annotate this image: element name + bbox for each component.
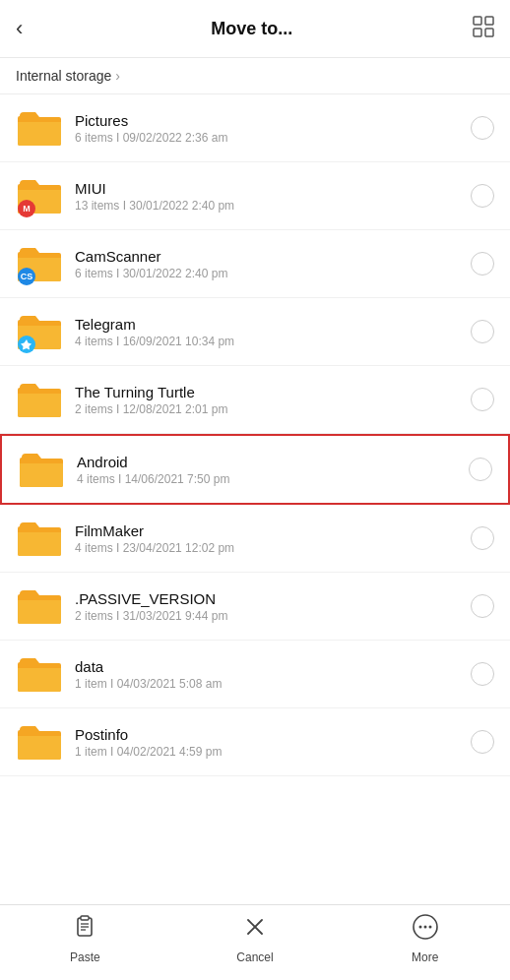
file-info: .PASSIVE_VERSION 2 items I 31/03/2021 9:… [75, 590, 471, 623]
file-name: CamScanner [75, 248, 471, 265]
file-info: Pictures 6 items I 09/02/2022 2:36 am [75, 112, 471, 145]
folder-icon-wrap [16, 718, 63, 766]
file-info: Android 4 items I 14/06/2021 7:50 pm [77, 454, 469, 486]
file-item[interactable]: .PASSIVE_VERSION 2 items I 31/03/2021 9:… [0, 573, 510, 641]
file-info: data 1 item I 04/03/2021 5:08 am [75, 658, 471, 691]
file-meta: 6 items I 09/02/2022 2:36 am [75, 131, 471, 145]
file-info: The Turning Turtle 2 items I 12/08/2021 … [75, 384, 471, 416]
file-meta: 2 items I 12/08/2021 2:01 pm [75, 402, 471, 416]
file-radio[interactable] [471, 116, 494, 140]
file-item[interactable]: M MIUI 13 items I 30/01/2022 2:40 pm [0, 162, 510, 230]
file-radio[interactable] [471, 730, 494, 754]
file-info: CamScanner 6 items I 30/01/2022 2:40 pm [75, 248, 471, 280]
paste-label: Paste [70, 950, 100, 964]
file-item[interactable]: The Turning Turtle 2 items I 12/08/2021 … [0, 366, 510, 434]
svg-rect-0 [474, 17, 481, 25]
more-button[interactable]: More [340, 913, 510, 964]
folder-icon [16, 515, 63, 562]
paste-icon [71, 913, 98, 947]
file-radio[interactable] [471, 594, 494, 618]
file-name: FilmMaker [75, 522, 471, 539]
file-list: Pictures 6 items I 09/02/2022 2:36 am M … [0, 94, 510, 904]
paste-button[interactable]: Paste [0, 913, 170, 964]
cancel-icon [241, 913, 269, 947]
file-radio[interactable] [469, 458, 492, 481]
folder-icon [16, 650, 63, 698]
svg-rect-2 [474, 29, 481, 36]
file-info: FilmMaker 4 items I 23/04/2021 12:02 pm [75, 522, 471, 555]
file-meta: 4 items I 14/06/2021 7:50 pm [77, 472, 469, 486]
file-radio[interactable] [471, 662, 494, 686]
breadcrumb-chevron-icon: › [115, 68, 120, 84]
file-meta: 6 items I 30/01/2022 2:40 pm [75, 267, 471, 280]
file-meta: 4 items I 23/04/2021 12:02 pm [75, 541, 471, 555]
file-radio[interactable] [471, 320, 494, 343]
svg-rect-1 [485, 17, 493, 25]
file-radio[interactable] [471, 184, 494, 208]
folder-icon [16, 376, 63, 423]
folder-icon-wrap [16, 515, 63, 562]
file-meta: 13 items I 30/01/2022 2:40 pm [75, 199, 471, 213]
file-item[interactable]: Pictures 6 items I 09/02/2022 2:36 am [0, 94, 510, 162]
file-item[interactable]: FilmMaker 4 items I 23/04/2021 12:02 pm [0, 505, 510, 573]
folder-icon-wrap [16, 650, 63, 698]
svg-point-14 [428, 926, 431, 929]
svg-point-13 [423, 926, 426, 929]
svg-rect-3 [485, 29, 493, 36]
folder-icon-wrap: M [16, 172, 63, 219]
grid-view-icon[interactable] [473, 16, 494, 42]
file-name: The Turning Turtle [75, 384, 471, 400]
folder-icon-wrap [16, 376, 63, 423]
badge-miui: M [18, 200, 35, 217]
folder-icon-wrap [18, 446, 65, 493]
file-name: Postinfo [75, 726, 471, 743]
badge-telegram [18, 336, 35, 353]
file-info: Telegram 4 items I 16/09/2021 10:34 pm [75, 316, 471, 348]
file-meta: 2 items I 31/03/2021 9:44 pm [75, 609, 471, 623]
svg-rect-5 [81, 916, 89, 920]
cancel-button[interactable]: Cancel [170, 913, 341, 964]
file-name: Pictures [75, 112, 471, 129]
folder-icon [16, 104, 63, 152]
page-title: Move to... [31, 19, 473, 39]
folder-icon [16, 718, 63, 766]
back-button[interactable]: ‹ [16, 12, 31, 45]
file-info: MIUI 13 items I 30/01/2022 2:40 pm [75, 180, 471, 213]
file-radio[interactable] [471, 526, 494, 550]
folder-icon-wrap [16, 582, 63, 630]
file-name: MIUI [75, 180, 471, 197]
file-name: data [75, 658, 471, 675]
folder-icon-wrap: CS [16, 240, 63, 287]
folder-icon [18, 446, 65, 493]
file-radio[interactable] [471, 388, 494, 411]
folder-icon-wrap [16, 308, 63, 355]
breadcrumb[interactable]: Internal storage › [0, 58, 510, 94]
file-item[interactable]: data 1 item I 04/03/2021 5:08 am [0, 641, 510, 708]
file-name: Telegram [75, 316, 471, 333]
file-info: Postinfo 1 item I 04/02/2021 4:59 pm [75, 726, 471, 759]
header: ‹ Move to... [0, 0, 510, 58]
file-name: Android [77, 454, 469, 470]
more-label: More [412, 950, 438, 964]
file-meta: 1 item I 04/03/2021 5:08 am [75, 677, 471, 691]
file-item[interactable]: Postinfo 1 item I 04/02/2021 4:59 pm [0, 708, 510, 776]
cancel-label: Cancel [236, 950, 273, 964]
folder-icon [16, 582, 63, 630]
bottom-bar: Paste Cancel More [0, 904, 510, 980]
file-radio[interactable] [471, 252, 494, 276]
file-item[interactable]: CS CamScanner 6 items I 30/01/2022 2:40 … [0, 230, 510, 298]
file-meta: 4 items I 16/09/2021 10:34 pm [75, 335, 471, 348]
file-name: .PASSIVE_VERSION [75, 590, 471, 607]
badge-cs: CS [18, 268, 35, 285]
more-icon [412, 913, 439, 947]
file-meta: 1 item I 04/02/2021 4:59 pm [75, 745, 471, 759]
breadcrumb-text: Internal storage [16, 68, 111, 84]
svg-point-12 [418, 926, 421, 929]
folder-icon-wrap [16, 104, 63, 152]
file-item[interactable]: Android 4 items I 14/06/2021 7:50 pm [0, 434, 510, 505]
file-item[interactable]: Telegram 4 items I 16/09/2021 10:34 pm [0, 298, 510, 366]
